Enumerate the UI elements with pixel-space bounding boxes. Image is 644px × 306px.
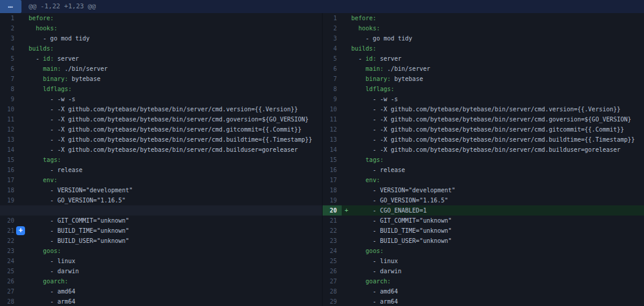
line-number[interactable]: 14	[323, 145, 342, 155]
line-number[interactable]: 24	[0, 256, 19, 266]
line-number[interactable]: 6	[0, 64, 19, 74]
expand-hunk-button[interactable]: ⋯	[0, 0, 21, 13]
line-number[interactable]: 14	[0, 145, 19, 155]
yaml-text: - -X github.com/bytebase/bytebase/bin/se…	[351, 146, 621, 153]
code-line: before:	[351, 13, 644, 23]
line-number[interactable]: 23	[0, 246, 19, 256]
line-number[interactable]: 25	[0, 266, 19, 276]
line-number[interactable]: 2	[0, 23, 19, 33]
line-number[interactable]: 22	[323, 226, 342, 236]
line-number[interactable]: 9	[323, 94, 342, 104]
add-comment-button[interactable]: +	[16, 226, 25, 235]
line-number[interactable]: 27	[323, 276, 342, 286]
yaml-text: - darwin	[29, 268, 79, 274]
line-number[interactable]: 8	[323, 84, 342, 94]
line-number[interactable]: 7	[323, 74, 342, 84]
line-number[interactable]: 4	[323, 43, 342, 54]
code-line: hooks:	[351, 23, 644, 33]
diff-row: 10 - -X github.com/bytebase/bytebase/bin…	[0, 104, 322, 114]
code-line: builds:	[29, 43, 322, 54]
line-number[interactable]: 1	[323, 13, 342, 23]
line-number[interactable]: 28	[0, 296, 19, 306]
line-number[interactable]: 10	[0, 104, 19, 114]
yaml-key: builds:	[351, 45, 376, 52]
line-number[interactable]: 20	[0, 216, 19, 226]
yaml-text	[351, 25, 358, 32]
add-sign	[342, 124, 351, 135]
line-number[interactable]: 17	[323, 175, 342, 185]
code-line: - -w -s	[351, 94, 644, 104]
diff-row: 13 - -X github.com/bytebase/bytebase/bin…	[0, 135, 322, 145]
yaml-text	[29, 86, 43, 92]
sign-cell	[19, 286, 29, 296]
line-number[interactable]: 17	[0, 175, 19, 185]
hunk-header-bar: ⋯ @@ -1,22 +1,23 @@	[0, 0, 644, 13]
line-number[interactable]: 21	[323, 216, 342, 226]
line-number[interactable]: 29	[323, 296, 342, 306]
yaml-key: tags:	[43, 157, 61, 163]
add-sign	[342, 236, 351, 246]
line-number[interactable]: 9	[0, 94, 19, 104]
line-number[interactable]: 28	[323, 286, 342, 296]
diff-row-added: 20+ - CGO_ENABLED=1	[323, 205, 644, 216]
line-number[interactable]: 3	[0, 33, 19, 43]
line-number[interactable]: 4	[0, 43, 19, 54]
code-line: tags:	[351, 155, 644, 165]
diff-row: 5 - id: server	[0, 54, 322, 64]
diff-row: 16 - release	[323, 165, 644, 175]
diff-row: 14 - -X github.com/bytebase/bytebase/bin…	[0, 145, 322, 155]
add-sign: +	[342, 205, 351, 216]
line-number[interactable]: 19	[0, 195, 19, 205]
yaml-key: id:	[43, 55, 54, 62]
line-number[interactable]: 24	[323, 246, 342, 256]
line-number[interactable]: 11	[323, 114, 342, 124]
yaml-key: before:	[351, 15, 376, 21]
code-line: - -X github.com/bytebase/bytebase/bin/se…	[29, 145, 322, 155]
line-number[interactable]: 26	[323, 266, 342, 276]
line-number[interactable]: 13	[0, 135, 19, 145]
line-number[interactable]: 27	[0, 286, 19, 296]
line-number[interactable]: 5	[323, 54, 342, 64]
line-number[interactable]: 2	[323, 23, 342, 33]
line-number[interactable]: 16	[323, 165, 342, 175]
yaml-text: -	[29, 55, 43, 62]
line-number[interactable]: 10	[323, 104, 342, 114]
line-number[interactable]: 7	[0, 74, 19, 84]
line-number[interactable]: 23	[323, 236, 342, 246]
line-number[interactable]: 12	[0, 124, 19, 135]
line-number[interactable]: 15	[323, 155, 342, 165]
line-number[interactable]: 16	[0, 165, 19, 175]
yaml-text: - BUILD_USER="unknown"	[29, 238, 129, 244]
line-number[interactable]: 11	[0, 114, 19, 124]
code-line: goos:	[351, 246, 644, 256]
yaml-text: - -X github.com/bytebase/bytebase/bin/se…	[29, 146, 298, 153]
yaml-key: ldflags:	[43, 86, 72, 92]
yaml-key: goos:	[366, 248, 383, 254]
line-number[interactable]: 26	[0, 276, 19, 286]
line-number[interactable]: 18	[0, 185, 19, 195]
code-line: main: ./bin/server	[29, 64, 322, 74]
line-number[interactable]: 18	[323, 185, 342, 195]
diff-row: 12 - -X github.com/bytebase/bytebase/bin…	[0, 124, 322, 135]
line-number[interactable]: 3	[323, 33, 342, 43]
line-number[interactable]: 25	[323, 256, 342, 266]
code-line: - arm64	[351, 296, 644, 306]
yaml-text: - -X github.com/bytebase/bytebase/bin/se…	[351, 136, 635, 143]
line-number[interactable]: 15	[0, 155, 19, 165]
line-number[interactable]: 1	[0, 13, 19, 23]
line-number[interactable]: 6	[323, 64, 342, 74]
line-number[interactable]: 20	[323, 205, 342, 216]
sign-cell	[19, 236, 29, 246]
add-sign	[342, 296, 351, 306]
line-number[interactable]: 19	[323, 195, 342, 205]
line-number[interactable]: 12	[323, 124, 342, 135]
line-number[interactable]: 13	[323, 135, 342, 145]
line-number[interactable]: 5	[0, 54, 19, 64]
sign-cell	[19, 54, 29, 64]
diff-row: 1before:	[0, 13, 322, 23]
diff-row: 12 - -X github.com/bytebase/bytebase/bin…	[323, 124, 644, 135]
diff-row: 27 goarch:	[323, 276, 644, 286]
code-line: - BUILD_USER="unknown"	[29, 236, 322, 246]
line-number[interactable]: 8	[0, 84, 19, 94]
line-number[interactable]: 22	[0, 236, 19, 246]
